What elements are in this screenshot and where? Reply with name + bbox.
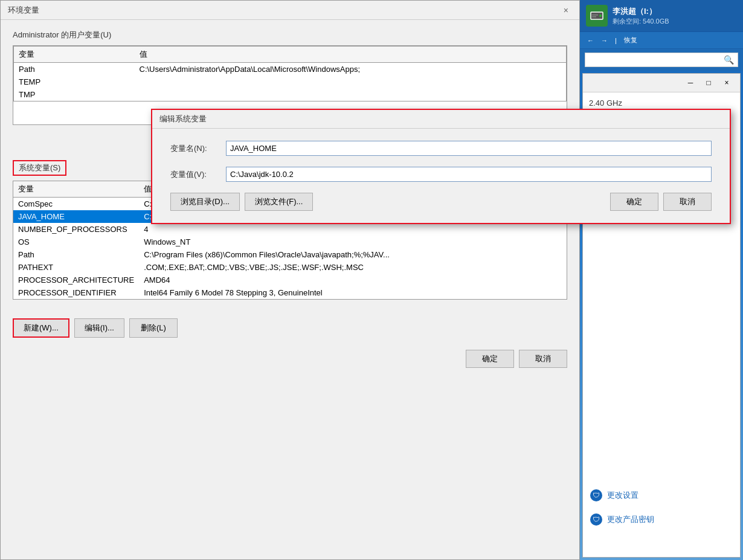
right-maximize-button[interactable]: □: [700, 76, 717, 89]
sys-table-row[interactable]: PATHEXT.COM;.EXE;.BAT;.CMD;.VBS;.VBE;.JS…: [13, 261, 567, 274]
svg-rect-2: [592, 14, 598, 16]
sys-var-name: Path: [13, 248, 140, 261]
edit-name-row: 变量名(N):: [170, 141, 712, 156]
sys-var-value: 4: [139, 223, 567, 236]
user-var-name: TEMP: [14, 76, 135, 88]
sys-edit-button[interactable]: 编辑(I)...: [74, 318, 124, 338]
right-minimize-button[interactable]: ─: [682, 76, 699, 89]
toolbar-restore-button[interactable]: 恢复: [622, 34, 640, 46]
env-dialog-title: 环境变量: [8, 5, 39, 16]
right-search-box[interactable]: 🔍: [585, 53, 738, 67]
edit-dialog-body: 变量名(N): 变量值(V): 浏览目录(D)... 浏览文件(F)... 确定…: [152, 129, 730, 223]
svg-text:🛡: 🛡: [593, 491, 600, 500]
user-table-row[interactable]: PathC:\Users\Administrator\AppData\Local…: [14, 63, 567, 76]
toolbar-separator: |: [615, 37, 617, 44]
user-table-row[interactable]: TMP: [14, 88, 567, 101]
svg-rect-3: [592, 16, 596, 18]
sys-section-label: 系统变量(S): [13, 160, 66, 176]
sys-var-value: Intel64 Family 6 Model 78 Stepping 3, Ge…: [139, 286, 567, 300]
sys-col-var: 变量: [13, 181, 140, 198]
change-product-button[interactable]: 🛡 更改产品密钥: [589, 512, 654, 527]
right-panel: 李洪超（I:） 剩余空间: 540.0GB ← → | 恢复 🔍 ─ □ × 2…: [580, 0, 743, 560]
user-vars-table: 变量 值 PathC:\Users\Administrator\AppData\…: [13, 46, 567, 101]
sys-table-row[interactable]: PathC:\Program Files (x86)\Common Files\…: [13, 248, 567, 261]
env-ok-button[interactable]: 确定: [466, 350, 514, 368]
right-panel-toolbar: ← → | 恢复: [580, 32, 743, 49]
right-panel-info: 李洪超（I:） 剩余空间: 540.0GB: [613, 6, 669, 26]
env-dialog: 环境变量 × Administrator 的用户变量(U) 变量 值 PathC…: [0, 0, 580, 560]
drive-icon: [586, 5, 608, 27]
edit-btn-area: 浏览目录(D)... 浏览文件(F)... 确定 取消: [170, 193, 712, 211]
browse-dir-button[interactable]: 浏览目录(D)...: [170, 193, 240, 211]
sys-var-name: ComSpec: [13, 198, 140, 211]
sys-var-name: JAVA_HOME: [13, 210, 140, 223]
edit-name-label: 变量名(N):: [170, 143, 219, 154]
sys-var-value: Windows_NT: [139, 236, 567, 248]
sys-btn-row: 新建(W)... 编辑(I)... 删除(L): [13, 318, 567, 338]
env-dialog-body: Administrator 的用户变量(U) 变量 值 PathC:\Users…: [1, 20, 579, 559]
sys-table-row[interactable]: PROCESSOR_ARCHITECTUREAMD64: [13, 274, 567, 286]
edit-right-btns: 确定 取消: [610, 193, 712, 211]
edit-value-input[interactable]: [226, 167, 712, 182]
sys-new-button[interactable]: 新建(W)...: [13, 318, 69, 338]
sys-var-value: AMD64: [139, 274, 567, 286]
sys-var-name: NUMBER_OF_PROCESSORS: [13, 223, 140, 236]
user-var-name: TMP: [14, 88, 135, 101]
toolbar-forward-button[interactable]: →: [599, 36, 610, 45]
right-close-button[interactable]: ×: [718, 76, 735, 89]
change-settings-button[interactable]: 🛡 更改设置: [589, 488, 638, 503]
freq-text: 2.40 GHz: [589, 98, 622, 108]
user-section-label: Administrator 的用户变量(U): [13, 30, 567, 40]
env-dialog-titlebar: 环境变量 ×: [1, 1, 579, 20]
change-settings-text: 更改设置: [607, 490, 638, 501]
sys-var-value: .COM;.EXE;.BAT;.CMD;.VBS;.VBE;.JS;.JSE;.…: [139, 261, 567, 274]
right-panel-search-area: 🔍: [580, 49, 743, 71]
edit-cancel-button[interactable]: 取消: [663, 193, 712, 211]
browse-file-button[interactable]: 浏览文件(F)...: [245, 193, 313, 211]
user-var-name: Path: [14, 63, 135, 76]
user-col-val: 值: [135, 47, 567, 63]
toolbar-back-button[interactable]: ←: [585, 36, 596, 45]
edit-dialog: 编辑系统变量 变量名(N): 变量值(V): 浏览目录(D)... 浏览文件(F…: [151, 109, 731, 224]
user-table-row[interactable]: TEMP: [14, 76, 567, 88]
sys-var-value: C:\Program Files (x86)\Common Files\Orac…: [139, 248, 567, 261]
change-product-text: 更改产品密钥: [607, 514, 654, 525]
dialog-bottom-btn-row: 确定 取消: [13, 350, 567, 368]
svg-point-1: [599, 14, 602, 17]
search-icon: 🔍: [724, 55, 734, 65]
edit-dialog-titlebar: 编辑系统变量: [152, 110, 730, 129]
sys-var-name: PROCESSOR_ARCHITECTURE: [13, 274, 140, 286]
edit-value-label: 变量值(V):: [170, 169, 219, 180]
edit-left-btns: 浏览目录(D)... 浏览文件(F)...: [170, 193, 313, 211]
space-text: 剩余空间: 540.0GB: [613, 17, 669, 26]
user-var-value: [135, 88, 567, 101]
svg-text:🛡: 🛡: [593, 515, 600, 524]
edit-name-input[interactable]: [226, 141, 712, 156]
sys-var-name: OS: [13, 236, 140, 248]
env-cancel-button[interactable]: 取消: [519, 350, 567, 368]
user-name-text: 李洪超（I:）: [613, 6, 669, 17]
sys-var-name: PATHEXT: [13, 261, 140, 274]
sys-table-row[interactable]: OSWindows_NT: [13, 236, 567, 248]
user-var-value: C:\Users\Administrator\AppData\Local\Mic…: [135, 63, 567, 76]
right-panel-top: 李洪超（I:） 剩余空间: 540.0GB: [580, 0, 743, 32]
edit-value-row: 变量值(V):: [170, 167, 712, 182]
sys-var-name: PROCESSOR_IDENTIFIER: [13, 286, 140, 300]
right-window-titlebar: ─ □ ×: [583, 74, 740, 92]
sys-table-row[interactable]: NUMBER_OF_PROCESSORS4: [13, 223, 567, 236]
user-var-value: [135, 76, 567, 88]
right-win-controls: ─ □ ×: [682, 76, 735, 89]
env-dialog-close-button[interactable]: ×: [560, 4, 572, 16]
user-col-var: 变量: [14, 47, 135, 63]
sys-delete-button[interactable]: 删除(L): [129, 318, 178, 338]
edit-ok-button[interactable]: 确定: [610, 193, 658, 211]
sys-table-row[interactable]: PROCESSOR_IDENTIFIERIntel64 Family 6 Mod…: [13, 286, 567, 300]
